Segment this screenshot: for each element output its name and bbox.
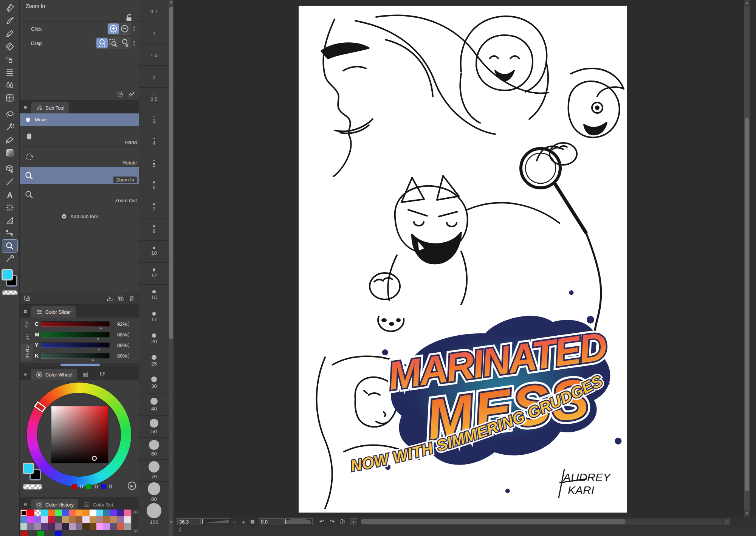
brush-size-item[interactable]: 3 — [139, 109, 169, 131]
subtool-item-zoom-in[interactable]: Zoom In — [20, 167, 139, 184]
color-swatch[interactable] — [110, 523, 117, 530]
reset-settings-icon[interactable] — [116, 91, 124, 98]
zoom-in-button[interactable]: + — [239, 519, 248, 525]
panel-menu-icon[interactable]: ≡ — [20, 305, 31, 318]
scrollbar-thumb[interactable] — [745, 118, 749, 491]
panel-menu-icon[interactable]: ≡ — [20, 101, 31, 113]
color-swatch[interactable] — [69, 510, 76, 516]
sv-selector[interactable] — [92, 456, 97, 461]
scroll-down-icon[interactable]: ∨ — [133, 529, 138, 533]
scroll-down-icon[interactable]: ∨ — [169, 520, 174, 526]
scroll-down-icon[interactable]: ∨ — [744, 510, 750, 517]
color-swatch[interactable] — [62, 510, 69, 516]
blend-tool-button[interactable] — [2, 79, 17, 91]
color-swatch[interactable] — [110, 516, 117, 523]
color-swatch[interactable] — [124, 516, 131, 523]
color-swatch[interactable] — [82, 523, 89, 530]
rotation-slider[interactable] — [284, 518, 313, 525]
color-swatch[interactable] — [55, 531, 62, 536]
scroll-up-icon[interactable]: ∧ — [744, 0, 750, 7]
subtool-item-zoom-out[interactable]: Zoom Out — [20, 184, 139, 205]
subtool-item-rotate[interactable]: Rotate — [20, 147, 139, 167]
color-set-tab[interactable]: Color Set — [78, 499, 118, 510]
brush-size-item[interactable]: 5 — [139, 153, 169, 175]
brush-size-item[interactable]: 80 — [139, 482, 169, 503]
brush-size-item[interactable]: 15 — [139, 285, 169, 307]
color-swatch[interactable] — [69, 516, 76, 523]
color-swatch[interactable] — [124, 510, 131, 516]
saturation-value-square[interactable] — [51, 406, 108, 463]
subtool-group-move[interactable]: Move — [20, 113, 139, 126]
color-swatch[interactable] — [103, 523, 110, 530]
scrollbar-thumb[interactable] — [361, 519, 626, 524]
airbrush-tool-button[interactable] — [2, 53, 17, 66]
frame-border-tool-button[interactable] — [2, 91, 17, 104]
selection-pen-tool-button[interactable] — [2, 133, 17, 146]
color-swatch[interactable] — [103, 510, 110, 516]
color-swatch[interactable] — [76, 510, 82, 516]
brush-size-item[interactable]: 70 — [139, 460, 169, 482]
brush-size-item[interactable]: 1 — [139, 22, 169, 44]
color-swatch[interactable] — [55, 510, 62, 516]
color-swatch[interactable] — [90, 516, 96, 523]
panel-menu-icon[interactable]: ≡ — [20, 497, 31, 510]
click-mode-stepper[interactable]: ∧∨ — [133, 26, 135, 32]
brush-size-item[interactable]: 10 — [139, 241, 169, 263]
mode-tab-hsv[interactable]: HS — [21, 331, 33, 344]
fit-to-window-button[interactable] — [251, 520, 254, 524]
zoom-out-button[interactable]: − — [230, 519, 239, 525]
color-swatch[interactable] — [82, 510, 89, 516]
color-swatch[interactable] — [34, 516, 41, 523]
pen-tool-button[interactable] — [2, 2, 17, 14]
zoom-in-click-button[interactable] — [108, 23, 119, 34]
color-swatch[interactable] — [37, 531, 44, 536]
correct-line-tool-button[interactable] — [2, 227, 17, 240]
expand-bar-icon[interactable]: ∧∧ — [179, 527, 181, 532]
zoom-out-click-button[interactable] — [119, 23, 130, 34]
brush-size-item[interactable]: 30 — [139, 372, 169, 394]
text-tool-button[interactable] — [2, 188, 17, 201]
color-swatch[interactable] — [48, 516, 55, 523]
brush-size-scrollbar[interactable]: ∧ ∨ — [169, 0, 174, 536]
pencil-tool-button[interactable] — [2, 27, 17, 40]
brush-size-item[interactable]: 40 — [139, 394, 169, 416]
drag-mode-stepper[interactable]: ∧∨ — [133, 40, 135, 46]
brush-size-item[interactable]: 4 — [139, 131, 169, 153]
operation-tool-button[interactable] — [2, 163, 17, 175]
color-swatch[interactable] — [110, 510, 117, 516]
zoom-cancel-button[interactable] — [119, 38, 130, 48]
zoom-tool-button[interactable] — [2, 240, 17, 253]
rotation-value-box[interactable]: 0.0 — [259, 518, 284, 525]
eyedropper-tool-button[interactable] — [2, 253, 17, 265]
brush-size-item[interactable]: 17 — [139, 306, 169, 328]
color-swatch[interactable] — [34, 523, 41, 530]
rotate-right-button[interactable]: ↷ — [327, 518, 338, 525]
zoom-drag-button[interactable] — [96, 38, 108, 48]
slider-panel-scrollbar[interactable] — [20, 363, 139, 367]
rotate-left-button[interactable]: ↶ — [316, 518, 327, 525]
color-swatch[interactable] — [124, 523, 131, 530]
wrench-icon[interactable] — [128, 91, 135, 98]
edit-selection-icon[interactable] — [23, 295, 31, 302]
brush-size-item[interactable]: 25 — [139, 350, 169, 372]
trash-icon[interactable] — [128, 295, 135, 302]
color-swatch[interactable] — [20, 510, 27, 516]
brush-size-item[interactable]: 20 — [139, 328, 169, 350]
color-swatch[interactable] — [96, 510, 103, 516]
color-swatch[interactable] — [20, 516, 27, 523]
color-swatch[interactable] — [41, 510, 48, 516]
color-swatch[interactable] — [55, 516, 62, 523]
color-swatch[interactable] — [55, 523, 62, 530]
color-swatch[interactable] — [82, 516, 89, 523]
scroll-up-icon[interactable]: ∧ — [133, 510, 138, 514]
foreground-color-chip[interactable] — [23, 463, 34, 474]
brush-size-item[interactable]: 1.5 — [139, 44, 169, 66]
color-swatch[interactable] — [90, 523, 96, 530]
color-swatch[interactable] — [96, 523, 103, 530]
scrollbar-thumb[interactable] — [169, 7, 173, 339]
vertical-scrollbar[interactable]: ∧ ∨ — [744, 0, 750, 517]
color-swatch[interactable] — [117, 510, 124, 516]
color-swatch[interactable] — [41, 523, 48, 530]
scroll-right-icon[interactable]: › — [723, 519, 730, 525]
transparent-color-chip[interactable] — [23, 484, 42, 490]
